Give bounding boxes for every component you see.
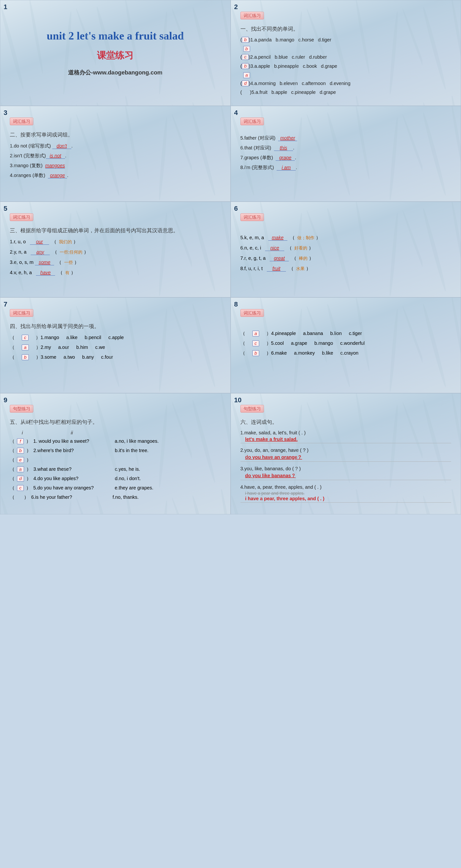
p8-row-1: （ a ）4.pineapple a.banana b.lion c.tiger — [240, 330, 452, 337]
p10-answer-3: do you like bananas？ — [245, 472, 452, 479]
p6-row-1: 5.k, e, m, a make （ 做；制作 ） — [240, 235, 452, 241]
p8-answer-2: c — [252, 341, 259, 346]
p4-row-3: 7.grapes (单数) grape . — [240, 154, 452, 161]
p2-answer-2: c — [242, 54, 249, 60]
p2-answer-1b: b — [243, 46, 250, 52]
panel-10-number: 10 — [234, 396, 242, 404]
p9-row-2: （ b ） 2.where's the bird? b.it's in the … — [10, 447, 221, 454]
panel-3: 3 词汇练习 二、按要求写单词或词组。 1.do not (缩写形式) don'… — [0, 106, 230, 202]
panel-1-number: 1 — [4, 3, 7, 11]
p2-paren-1: ( — [240, 37, 242, 42]
panel-2-badge: 词汇练习 — [240, 12, 264, 20]
p6-row-4: 8.f, u, r, i, t fruit （ 水果 ） — [240, 265, 452, 272]
panel-8-number: 8 — [234, 301, 238, 308]
p7-answer-1: c — [22, 335, 29, 341]
p9-answer-5: c — [17, 485, 24, 491]
p9-answer-3: e — [17, 457, 24, 463]
panel-2-section: 一、找出不同类的单词。 — [240, 25, 452, 33]
panel-2-number: 2 — [234, 3, 238, 11]
p6-cn-4: 水果 — [296, 266, 305, 272]
p2-answer-3: b — [242, 63, 249, 69]
p7-row-3: （ b ）3.some a.two b.any c.four — [10, 354, 221, 360]
p10-row-4: 4.have, a, pear, three, apples, and ( . … — [240, 485, 452, 503]
p9-row-3b: （ a ） 3.what are these? c.yes, he is. — [10, 466, 221, 472]
page-grid: 1 unit 2 let's make a fruit salad 课堂练习 道… — [0, 0, 461, 514]
panel-6: 6 词汇练习 5.k, e, m, a make （ 做；制作 ） 6.n, e… — [230, 202, 461, 298]
panel-3-badge: 词汇练习 — [10, 118, 33, 125]
p6-answer-1: make — [268, 235, 287, 241]
panel-2: 2 词汇练习 一、找出不同类的单词。 ( b )1.a.panda b.mang… — [230, 0, 461, 106]
panel-1: 1 unit 2 let's make a fruit salad 课堂练习 道… — [0, 0, 230, 106]
p3-answer-3: mangoes — [45, 163, 65, 168]
p9-answer-1: f — [17, 438, 24, 444]
p10-prompt-2: 2.you, do, an, orange, have ( ? ) — [240, 447, 452, 453]
p3-answer-1: don't — [52, 143, 71, 149]
panel-3-number: 3 — [4, 109, 7, 117]
p2-answer-1: b — [242, 37, 249, 42]
website: 道格办公-www.daogebangong.com — [68, 69, 162, 76]
p4-answer-2: this — [274, 145, 293, 151]
p4-answer-4: i am — [277, 165, 296, 170]
p9-col-ii: ii — [71, 430, 73, 436]
p2-row-3: ( b )3.a.apple b.pineapple c.book d.grap… — [240, 63, 452, 69]
panel-6-badge: 词汇练习 — [240, 213, 264, 221]
p4-row-2: 6.that (对应词) this . — [240, 145, 452, 151]
p3-answer-4: orange — [48, 173, 67, 178]
p3-row-2: 2.isn't (完整形式) is not . — [10, 153, 221, 159]
panel-5: 5 词汇练习 三、根据所给字母组成正确的单词，并在后面的括号内写出其汉语意思。 … — [0, 202, 230, 298]
panel-10-section: 六、连词成句。 — [240, 418, 452, 426]
p4-row-1: 5.father (对应词) mother — [240, 135, 452, 141]
p5-row-3: 3.e, o, s, m some （ 一些 ） — [10, 259, 221, 266]
p9-row-6: （ ） 6.is he your father? f.no, thanks. — [10, 494, 221, 500]
p8-row-3: （ b ）6.make a.monkey b.like c.crayon — [240, 350, 452, 356]
p9-answer-4: d — [17, 476, 24, 482]
panel-7-badge: 词汇练习 — [10, 309, 33, 317]
panel-8-badge: 词汇练习 — [240, 309, 264, 317]
panel-10-badge: 句型练习 — [240, 405, 264, 412]
p3-answer-2: is not — [46, 153, 65, 159]
panel-5-number: 5 — [4, 205, 7, 212]
p10-row-3: 3.you, like, bananas, do ( ? ) do you li… — [240, 466, 452, 480]
panel-6-number: 6 — [234, 205, 238, 212]
p10-strikethrough-4: i have a pear and three apples. — [245, 491, 452, 496]
p9-answer-2: b — [17, 448, 24, 454]
panel-5-section: 三、根据所给字母组成正确的单词，并在后面的括号内写出其汉语意思。 — [10, 227, 221, 234]
p8-row-2: （ c ）5.cool a.grape b.mango c.wonderful — [240, 340, 452, 346]
panel-7-number: 7 — [4, 301, 7, 308]
p6-answer-3: great — [270, 255, 289, 261]
panel-3-section: 二、按要求写单词或词组。 — [10, 131, 221, 138]
sub-title: 课堂练习 — [97, 49, 133, 62]
p2-row-5: ( )5.a.fruit b.apple c.pineapple d.grape — [240, 90, 452, 95]
p9-row-4: （ d ） 4.do you like apples? d.no, i don'… — [10, 475, 221, 482]
panel-7: 7 词汇练习 四、找出与所给单词属于同类的一项。 （ c ）1.mango a.… — [0, 298, 230, 393]
panel-8: 8 词汇练习 （ a ）4.pineapple a.banana b.lion … — [230, 298, 461, 393]
p2-answer-4: d — [242, 81, 249, 86]
p8-answer-3: b — [252, 350, 259, 356]
p5-cn-2: 一些;任何的 — [60, 249, 82, 255]
p6-cn-1: 做；制作 — [297, 235, 314, 241]
p9-row-5: （ c ） 5.do you have any oranges? e.they … — [10, 485, 221, 491]
p6-answer-2: nice — [265, 245, 284, 251]
panel-4-number: 4 — [234, 109, 238, 117]
p10-row-1: 1.make, salad, a, let's, fruit ( . ) let… — [240, 430, 452, 443]
p2-row-4: ( d )4.a.morning b.eleven c.afternoon d.… — [240, 81, 452, 86]
p7-row-2: （ a ）2.my a.our b.him c.we — [10, 344, 221, 350]
p6-answer-4: fruit — [267, 266, 286, 272]
p5-row-2: 2.y, n, a any （ 一些;任何的 ） — [10, 249, 221, 255]
p10-prompt-3: 3.you, like, bananas, do ( ? ) — [240, 466, 452, 471]
p4-answer-1: mother — [278, 135, 297, 141]
p5-cn-3: 一些 — [64, 259, 73, 265]
p9-col-i: i — [22, 430, 23, 436]
p5-answer-4: have — [36, 270, 55, 276]
p4-row-4: 8.i'm (完整形式) i am . — [240, 164, 452, 171]
panel-10: 10 句型练习 六、连词成句。 1.make, salad, a, let's,… — [230, 393, 461, 514]
p8-answer-1: a — [252, 331, 259, 336]
panel-5-badge: 词汇练习 — [10, 213, 33, 221]
panel-9-number: 9 — [4, 396, 7, 404]
p10-prompt-1: 1.make, salad, a, let's, fruit ( . ) — [240, 430, 452, 436]
p9-col-headers: i ii — [22, 430, 221, 436]
p6-row-3: 7.r, e, g, t, a great （ 棒的 ） — [240, 255, 452, 261]
panel-9-badge: 句型练习 — [10, 405, 33, 412]
p5-answer-1: our — [30, 239, 49, 245]
p9-answer-3b: a — [17, 466, 24, 472]
